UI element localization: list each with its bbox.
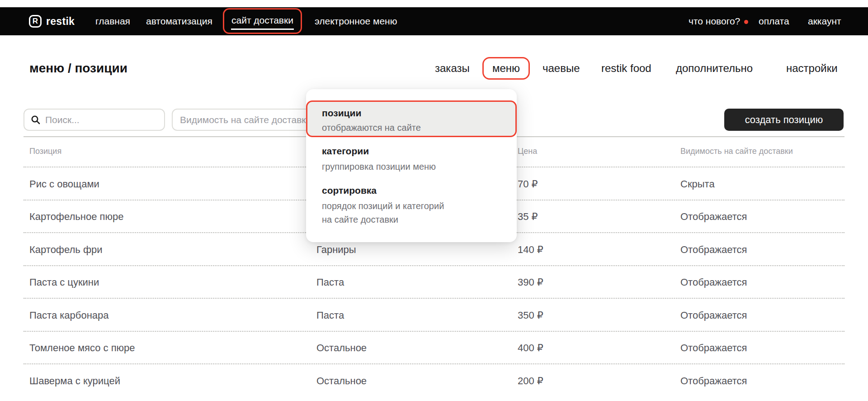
restik-logo-text: restik [46,15,75,28]
table-row[interactable]: Паста с цукиниПаста390 ₽Отображается [24,265,844,298]
price-cell: 70 ₽ [518,167,538,200]
menu-dropdown-item-kategorii[interactable]: категориигруппировка позиции меню [306,146,517,173]
tab-label: меню [492,62,520,75]
topnav-item-label: автоматизация [146,16,212,27]
tab-menu[interactable]: меню [482,57,530,80]
tab-restik-food[interactable]: restik food [601,57,651,80]
dropdown-item-title: категории [322,146,517,157]
tab-label: чаевые [542,62,580,75]
price-cell: 400 ₽ [518,332,543,365]
topnav-item-label: сайт доставки [231,13,294,30]
restik-logo[interactable]: R restik [29,7,75,35]
visibility-filter-select[interactable]: Видимость на сайте доставки [172,109,317,131]
topnav-item-avtomatizatsiya[interactable]: автоматизация [146,7,212,35]
table-header-column-price: Цена [518,147,537,156]
new-badge-dot [744,20,748,24]
price-cell: 350 ₽ [518,299,543,332]
dropdown-item-title: сортировка [322,185,517,196]
tab-dopolnitelno[interactable]: дополнительно [676,57,753,80]
visibility-cell: Отображается [680,233,747,266]
position-name-cell: Картофельное пюре [29,200,123,234]
dropdown-item-title: позиции [322,108,515,119]
table-row[interactable]: Паста карбонараПаста350 ₽Отображается [24,298,844,331]
topnav-item-label: оплата [759,16,789,27]
table-header-column-visibility: Видимость на сайте доставки [680,147,793,156]
tab-zakazy[interactable]: заказы [435,57,470,80]
tab-label: заказы [435,62,470,75]
category-cell: Паста [316,266,344,299]
position-name-cell: Паста карбонара [29,299,109,332]
visibility-cell: Скрыта [680,167,715,200]
search-box[interactable] [24,109,165,131]
topnav-item-elektronnoe-menu[interactable]: электронное меню [315,7,397,35]
position-name-cell: Шаверма с курицей [29,364,120,397]
price-cell: 35 ₽ [518,200,538,234]
price-cell: 140 ₽ [518,233,543,266]
position-name-cell: Паста с цукини [29,266,99,299]
visibility-cell: Отображается [680,299,747,332]
topnav-item-label: главная [95,16,130,27]
dropdown-item-subtitle: группировка позиции меню [322,160,455,173]
tab-nastroyki[interactable]: настройки [786,57,838,80]
top-navigation-bar: R restik главнаяавтоматизациясайт достав… [0,7,868,35]
dropdown-item-subtitle: отображаются на сайте [322,121,494,134]
topnav-item-sait-dostavki[interactable]: сайт доставки [223,8,302,34]
visibility-cell: Отображается [680,364,747,397]
category-cell: Паста [316,299,344,332]
search-input[interactable] [45,115,158,125]
topnav-item-account[interactable]: аккаунт [808,7,841,35]
topnav-item-whats-new[interactable]: что нового? [689,7,748,35]
restik-logo-icon: R [29,15,42,28]
breadcrumb: меню / позиции [29,57,127,80]
topnav-item-label: электронное меню [315,16,397,27]
create-position-button[interactable]: создать позицию [724,109,844,131]
category-cell: Остальное [316,332,367,365]
position-name-cell: Картофель фри [29,233,103,266]
table-row[interactable]: Томленое мясо с пюреОстальное400 ₽Отобра… [24,331,844,364]
tab-label: дополнительно [676,62,753,75]
tab-label: restik food [601,62,651,75]
tab-label: настройки [786,62,838,75]
price-cell: 390 ₽ [518,266,543,299]
category-cell: Остальное [316,364,367,397]
visibility-cell: Отображается [680,266,747,299]
menu-dropdown-item-sortirovka[interactable]: сортировкапорядок позиций и категорий на… [306,185,517,226]
table-header-column-position: Позиция [29,147,61,156]
visibility-cell: Отображается [680,332,747,365]
position-name-cell: Томленое мясо с пюре [29,332,135,365]
tab-chaevye[interactable]: чаевые [542,57,580,80]
topnav-item-label: аккаунт [808,16,841,27]
dropdown-item-subtitle: порядок позиций и категорий на сайте дос… [322,199,455,226]
app-screen: R restik главнаяавтоматизациясайт достав… [0,0,868,401]
menu-dropdown-item-pozitsii[interactable]: позицииотображаются на сайте [306,100,517,137]
visibility-cell: Отображается [680,200,747,234]
topnav-item-glavnaya[interactable]: главная [95,7,130,35]
position-name-cell: Рис с овощами [29,167,99,200]
table-row[interactable]: Шаверма с курицейОстальное200 ₽Отображае… [24,363,844,396]
topnav-item-payment[interactable]: оплата [759,7,789,35]
topnav-item-label: что нового? [689,16,740,27]
menu-dropdown: позицииотображаются на сайтекатегориигру… [306,89,517,242]
price-cell: 200 ₽ [518,364,543,397]
search-icon [31,115,41,125]
